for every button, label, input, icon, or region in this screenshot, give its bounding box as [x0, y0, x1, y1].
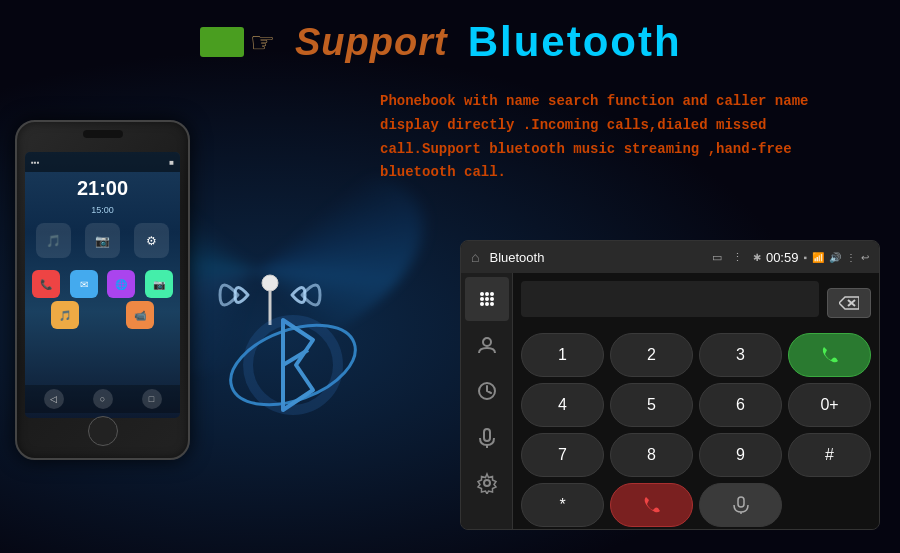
- phone-app-2: ✉: [70, 270, 98, 298]
- car-list-icon: ⋮: [732, 251, 743, 264]
- phone-widget-2: 📷: [85, 223, 120, 258]
- svg-point-12: [490, 302, 494, 306]
- phone-date: 15:00: [25, 205, 180, 215]
- car-head-unit: ⌂ Bluetooth ▭ ⋮ ✱ 00:59 ▪ 📶 🔊 ⋮ ↩: [460, 240, 880, 530]
- key-hash[interactable]: #: [788, 433, 871, 477]
- key-end-call[interactable]: [610, 483, 693, 527]
- svg-point-4: [480, 292, 484, 296]
- hand-pointer-icon: ☞: [250, 26, 275, 59]
- keypad-grid: 1 2 3 4 5 6 0+ 7 8 9 # *: [521, 333, 871, 527]
- phone-widgets: 🎵 📷 ⚙: [25, 215, 180, 266]
- car-sidebar-settings[interactable]: [465, 461, 509, 505]
- key-9[interactable]: 9: [699, 433, 782, 477]
- car-menu-icon[interactable]: ⋮: [846, 252, 856, 263]
- key-star[interactable]: *: [521, 483, 604, 527]
- phone-widget-1: 🎵: [36, 223, 71, 258]
- svg-rect-20: [738, 497, 744, 507]
- phone-time: 21:00: [25, 172, 180, 205]
- phone-app-5: 🎵: [51, 301, 79, 329]
- phone-widget-3: ⚙: [134, 223, 169, 258]
- phone-status-bar: ▪▪▪ ■: [25, 152, 180, 172]
- phone-home-button[interactable]: [88, 416, 118, 446]
- car-battery-icon: ▪: [803, 252, 807, 263]
- car-sidebar-voice[interactable]: [465, 415, 509, 459]
- support-icon-group: ☞: [200, 26, 275, 59]
- bluetooth-logo: [218, 290, 368, 440]
- svg-point-10: [480, 302, 484, 306]
- svg-point-0: [262, 275, 278, 291]
- key-2[interactable]: 2: [610, 333, 693, 377]
- key-8[interactable]: 8: [610, 433, 693, 477]
- svg-point-6: [490, 292, 494, 296]
- key-6[interactable]: 6: [699, 383, 782, 427]
- phone-back-btn[interactable]: ◁: [44, 389, 64, 409]
- svg-point-17: [484, 480, 490, 486]
- car-volume-icon: 🔊: [829, 252, 841, 263]
- phone-app-4: 📷: [145, 270, 173, 298]
- car-unit-title: Bluetooth: [489, 250, 701, 265]
- car-unit-body: 1 2 3 4 5 6 0+ 7 8 9 # *: [461, 273, 879, 529]
- car-bt-icon: ✱: [753, 252, 761, 263]
- phone-bottom-bar: ◁ ○ □: [25, 385, 180, 413]
- bluetooth-label: Bluetooth: [468, 18, 682, 66]
- car-wifi-icon: 📶: [812, 252, 824, 263]
- phone-app-6: 📹: [126, 301, 154, 329]
- phone-screen: ▪▪▪ ■ 21:00 15:00 🎵 📷 ⚙ 📞 ✉ 🌐 📷 🎵 📹 ◁ ○: [25, 152, 180, 418]
- car-keypad: 1 2 3 4 5 6 0+ 7 8 9 # *: [513, 273, 879, 529]
- key-0plus[interactable]: 0+: [788, 383, 871, 427]
- phone-home-btn[interactable]: ○: [93, 389, 113, 409]
- car-sidebar-recents[interactable]: [465, 369, 509, 413]
- support-label: Support: [295, 21, 448, 64]
- key-3[interactable]: 3: [699, 333, 782, 377]
- svg-point-9: [490, 297, 494, 301]
- phone-recent-btn[interactable]: □: [142, 389, 162, 409]
- backspace-button[interactable]: [827, 288, 871, 318]
- car-screen-icon: ▭: [712, 251, 722, 264]
- svg-point-3: [248, 320, 338, 410]
- feature-description: Phonebook with name search function and …: [380, 90, 870, 185]
- key-1[interactable]: 1: [521, 333, 604, 377]
- phone-frame: ▪▪▪ ■ 21:00 15:00 🎵 📷 ⚙ 📞 ✉ 🌐 📷 🎵 📹 ◁ ○: [15, 120, 190, 460]
- phone-speaker: [83, 130, 123, 138]
- car-home-icon[interactable]: ⌂: [471, 249, 479, 265]
- key-call[interactable]: [788, 333, 871, 377]
- car-sidebar: [461, 273, 513, 529]
- phone-battery: ■: [169, 158, 174, 167]
- header: ☞ Support Bluetooth: [200, 18, 682, 66]
- car-sidebar-dialpad[interactable]: [465, 277, 509, 321]
- svg-point-11: [485, 302, 489, 306]
- key-5[interactable]: 5: [610, 383, 693, 427]
- svg-point-13: [483, 338, 491, 346]
- svg-rect-15: [484, 429, 490, 441]
- car-time: 00:59: [766, 250, 799, 265]
- keypad-display: [521, 281, 819, 317]
- phone-signal: ▪▪▪: [31, 158, 40, 167]
- key-7[interactable]: 7: [521, 433, 604, 477]
- car-status-icons: ✱ 00:59 ▪ 📶 🔊 ⋮ ↩: [753, 250, 869, 265]
- key-4[interactable]: 4: [521, 383, 604, 427]
- phone-mockup: ▪▪▪ ■ 21:00 15:00 🎵 📷 ⚙ 📞 ✉ 🌐 📷 🎵 📹 ◁ ○: [15, 120, 210, 480]
- svg-point-5: [485, 292, 489, 296]
- key-mic[interactable]: [699, 483, 782, 527]
- phone-app-3: 🌐: [107, 270, 135, 298]
- car-unit-header: ⌂ Bluetooth ▭ ⋮ ✱ 00:59 ▪ 📶 🔊 ⋮ ↩: [461, 241, 879, 273]
- phone-app-icons: 📞 ✉ 🌐 📷 🎵 📹: [25, 266, 180, 333]
- svg-point-7: [480, 297, 484, 301]
- green-card-icon: [200, 27, 244, 57]
- car-back-icon[interactable]: ↩: [861, 252, 869, 263]
- car-sidebar-contacts[interactable]: [465, 323, 509, 367]
- svg-point-8: [485, 297, 489, 301]
- phone-app-1: 📞: [32, 270, 60, 298]
